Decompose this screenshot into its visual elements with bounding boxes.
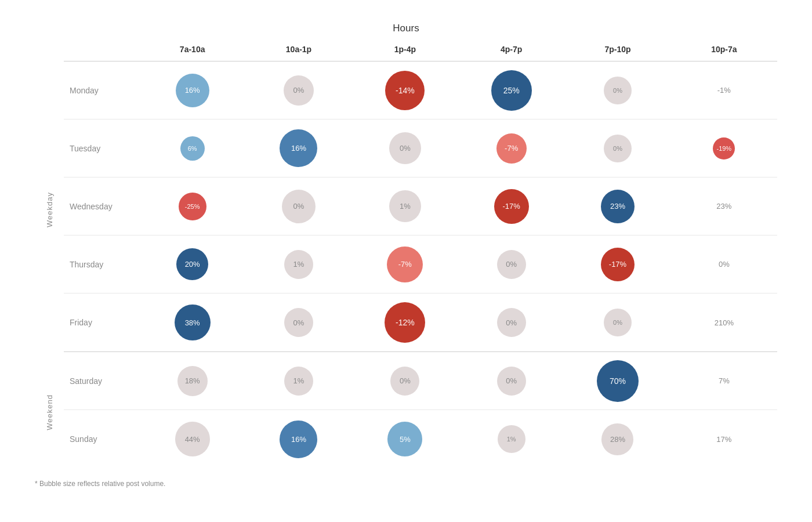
cell-monday-2: -14% [352,71,458,110]
cell-tuesday-0: 6% [139,136,245,161]
day-label-thursday: Thursday [64,260,139,269]
bubble: 0% [497,250,526,279]
col-header-3: 4p-7p [458,40,564,61]
weekday-group: Monday16%0%-14%25%0%-1%Tuesday6%16%0%-7%… [64,61,777,352]
cell-friday-5: 210% [671,318,777,327]
cell-friday-2: -12% [352,302,458,343]
table-row: Saturday18%1%0%0%70%7% [64,352,777,410]
cell-monday-3: 25% [458,70,564,111]
day-label-sunday: Sunday [64,434,139,444]
table-row: Thursday20%1%-7%0%-17%0% [64,235,777,293]
weekday-label: Weekday [45,192,54,227]
bubble: 70% [597,360,639,402]
bubble: -19% [713,137,735,160]
cell-wednesday-0: -25% [139,193,245,220]
bubble: 16% [280,420,317,458]
bubble: 23% [601,190,635,223]
col-header-2: 1p-4p [352,40,458,61]
day-label-monday: Monday [64,86,139,95]
cell-monday-0: 16% [139,74,245,107]
bubble: 0% [604,135,632,162]
col-headers: 7a-10a 10a-1p 1p-4p 4p-7p 7p-10p 10p-7a [64,40,777,61]
bubble: 1% [498,425,525,453]
bubble: -7% [496,133,527,164]
col-header-5: 10p-7a [671,40,777,61]
bubble: -14% [385,71,425,110]
bubble: 0% [604,77,632,104]
cell-saturday-3: 0% [458,367,564,396]
table-row: Friday38%0%-12%0%0%210% [64,293,777,351]
bubble: 20% [176,248,208,280]
bubble: -17% [494,189,529,224]
cell-wednesday-4: 23% [564,190,670,223]
cell-sunday-2: 5% [352,422,458,456]
col-header-4: 7p-10p [564,40,670,61]
cell-value: -1% [717,86,731,95]
bubble: 0% [497,308,526,337]
table-row: Monday16%0%-14%25%0%-1% [64,61,777,119]
table-row: Sunday44%16%5%1%28%17% [64,410,777,468]
cell-value: 210% [715,318,734,327]
bubble: 0% [497,367,526,396]
col-header-1: 10a-1p [245,40,351,61]
cell-sunday-0: 44% [139,422,245,456]
bubble: 25% [491,70,532,111]
cell-saturday-1: 1% [245,367,351,396]
cell-tuesday-3: -7% [458,133,564,164]
main-grid: 7a-10a 10a-1p 1p-4p 4p-7p 7p-10p 10p-7a … [64,40,777,470]
bubble: 38% [175,304,211,340]
cell-wednesday-1: 0% [245,190,351,223]
cell-wednesday-2: 1% [352,190,458,222]
cell-thursday-1: 1% [245,250,351,279]
table-row: Wednesday-25%0%1%-17%23%23% [64,177,777,235]
bubble: -17% [601,248,635,281]
cell-thursday-4: -17% [564,248,670,281]
day-label-friday: Friday [64,318,139,327]
day-label-saturday: Saturday [64,376,139,386]
bubble: 44% [175,422,210,456]
cell-wednesday-5: 23% [671,202,777,211]
weekday-group-label-cell: Weekday [35,64,64,354]
grid-wrapper: Weekday Weekend 7a-10a 10a-1p 1p-4p 4p-7… [35,40,777,470]
cell-saturday-2: 0% [352,367,458,396]
bubble: 0% [284,75,314,106]
cell-thursday-5: 0% [671,260,777,269]
cell-value: 7% [719,376,730,385]
cell-sunday-5: 17% [671,435,777,444]
bubble: 0% [604,309,632,336]
chart-container: Hours Weekday Weekend 7a-10a 10a-1p 1p-4… [17,11,795,511]
cell-saturday-4: 70% [564,360,670,402]
bubble: 1% [389,190,421,222]
cell-saturday-0: 18% [139,366,245,396]
chart-title: Hours [35,23,777,34]
cell-wednesday-3: -17% [458,189,564,224]
cell-sunday-3: 1% [458,425,564,453]
bubble: 0% [284,308,313,337]
data-rows: Monday16%0%-14%25%0%-1%Tuesday6%16%0%-7%… [64,61,777,468]
table-row: Tuesday6%16%0%-7%0%-19% [64,119,777,177]
bubble: -7% [387,246,423,282]
cell-thursday-2: -7% [352,246,458,282]
cell-value: 23% [716,202,731,211]
bubble: -25% [179,193,206,220]
cell-tuesday-2: 0% [352,132,458,164]
bubble: 18% [177,366,208,396]
cell-monday-1: 0% [245,75,351,106]
cell-friday-3: 0% [458,308,564,337]
col-header-0: 7a-10a [139,40,245,61]
cell-value: 0% [719,260,730,269]
weekend-label: Weekend [45,394,54,430]
cell-tuesday-4: 0% [564,135,670,162]
bubble: 16% [280,129,317,167]
weekend-group: Saturday18%1%0%0%70%7%Sunday44%16%5%1%28… [64,352,777,468]
bubble: 16% [176,74,209,107]
cell-sunday-1: 16% [245,420,351,458]
bubble: 28% [601,423,633,455]
cell-sunday-4: 28% [564,423,670,455]
weekend-group-label-cell: Weekend [35,354,64,470]
footnote: * Bubble size reflects relative post vol… [35,480,777,488]
cell-tuesday-5: -19% [671,137,777,160]
cell-value: 17% [716,435,731,444]
bubble: 0% [390,367,419,396]
day-label-tuesday: Tuesday [64,144,139,153]
